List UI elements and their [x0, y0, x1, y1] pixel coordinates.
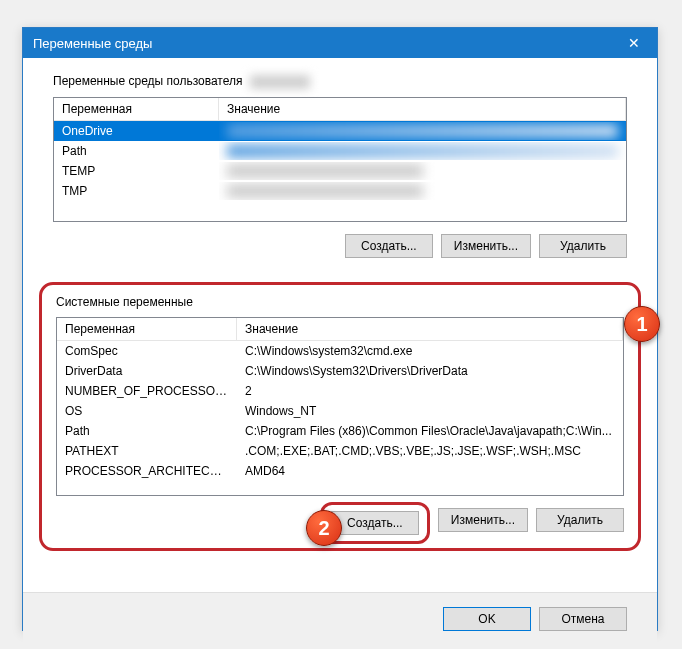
- system-vars-body[interactable]: ComSpec C:\Windows\system32\cmd.exe Driv…: [57, 341, 623, 495]
- annotation-marker-2: 2: [306, 510, 342, 546]
- env-variables-window: Переменные среды ✕ Переменные среды поль…: [22, 27, 658, 631]
- table-row[interactable]: NUMBER_OF_PROCESSORS 2: [57, 381, 623, 401]
- table-row[interactable]: DriverData C:\Windows\System32\Drivers\D…: [57, 361, 623, 381]
- titlebar[interactable]: Переменные среды ✕: [23, 28, 657, 58]
- header-variable[interactable]: Переменная: [57, 318, 237, 340]
- user-vars-buttons: Создать... Изменить... Удалить: [53, 234, 627, 258]
- user-vars-label: Переменные среды пользователя: [53, 74, 627, 89]
- table-row[interactable]: Path C:\Program Files (x86)\Common Files…: [57, 421, 623, 441]
- table-row[interactable]: PROCESSOR_ARCHITECTURE AMD64: [57, 461, 623, 481]
- user-edit-button[interactable]: Изменить...: [441, 234, 531, 258]
- header-value[interactable]: Значение: [219, 98, 626, 120]
- table-row[interactable]: TMP: [54, 181, 626, 201]
- table-row[interactable]: ComSpec C:\Windows\system32\cmd.exe: [57, 341, 623, 361]
- window-title: Переменные среды: [33, 36, 152, 51]
- table-row[interactable]: OS Windows_NT: [57, 401, 623, 421]
- table-row[interactable]: TEMP: [54, 161, 626, 181]
- system-vars-label: Системные переменные: [56, 295, 628, 309]
- user-vars-body[interactable]: OneDrive Path TEMP TMP: [54, 121, 626, 221]
- system-vars-highlight: Системные переменные Переменная Значение…: [39, 282, 641, 551]
- cancel-button[interactable]: Отмена: [539, 607, 627, 631]
- table-row[interactable]: OneDrive: [54, 121, 626, 141]
- content-area: Переменные среды пользователя Переменная…: [23, 58, 657, 592]
- header-variable[interactable]: Переменная: [54, 98, 219, 120]
- table-row[interactable]: PATHEXT .COM;.EXE;.BAT;.CMD;.VBS;.VBE;.J…: [57, 441, 623, 461]
- user-create-button[interactable]: Создать...: [345, 234, 433, 258]
- header-value[interactable]: Значение: [237, 318, 623, 340]
- annotation-marker-1: 1: [624, 306, 660, 342]
- system-edit-button[interactable]: Изменить...: [438, 508, 528, 532]
- username-redacted: [250, 75, 310, 89]
- user-vars-header[interactable]: Переменная Значение: [54, 98, 626, 121]
- system-delete-button[interactable]: Удалить: [536, 508, 624, 532]
- system-vars-listview[interactable]: Переменная Значение ComSpec C:\Windows\s…: [56, 317, 624, 496]
- table-row[interactable]: Path: [54, 141, 626, 161]
- divider: [53, 555, 627, 556]
- close-icon[interactable]: ✕: [611, 28, 657, 58]
- system-create-button[interactable]: Создать...: [331, 511, 419, 535]
- ok-button[interactable]: OK: [443, 607, 531, 631]
- user-vars-listview[interactable]: Переменная Значение OneDrive Path TEMP T…: [53, 97, 627, 222]
- system-vars-header[interactable]: Переменная Значение: [57, 318, 623, 341]
- dialog-buttons: OK Отмена: [23, 592, 657, 645]
- user-delete-button[interactable]: Удалить: [539, 234, 627, 258]
